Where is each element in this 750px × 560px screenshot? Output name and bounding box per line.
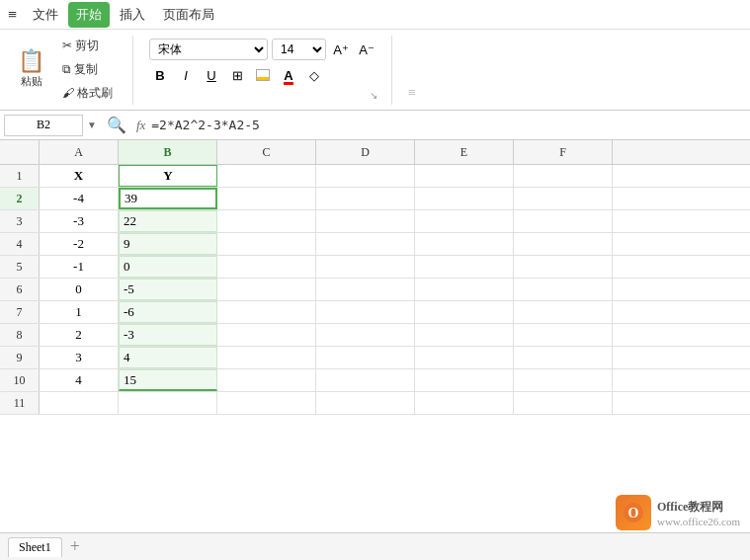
cell-f5[interactable] (514, 256, 613, 278)
row-number-10[interactable]: 10 (0, 369, 40, 391)
row-number-2[interactable]: 2 (0, 188, 40, 209)
align-expand-icon[interactable]: ≡ (408, 85, 416, 101)
cell-c3[interactable] (217, 210, 316, 232)
cell-e6[interactable] (415, 279, 514, 300)
row-number-3[interactable]: 3 (0, 210, 40, 232)
cell-a11[interactable] (40, 392, 119, 414)
cell-d7[interactable] (316, 301, 415, 323)
zoom-icon[interactable]: 🔍 (107, 116, 126, 134)
cell-c1[interactable] (217, 165, 316, 187)
cell-b4[interactable]: 9 (119, 233, 217, 255)
cell-a6[interactable]: 0 (40, 279, 119, 300)
cell-b7[interactable]: -6 (119, 301, 217, 323)
row-number-5[interactable]: 5 (0, 256, 40, 278)
hamburger-icon[interactable]: ≡ (8, 6, 17, 24)
cell-d8[interactable] (316, 324, 415, 346)
sheet-tab-1[interactable]: Sheet1 (8, 537, 62, 557)
cell-a5[interactable]: -1 (40, 256, 119, 278)
cell-e11[interactable] (415, 392, 514, 414)
row-number-7[interactable]: 7 (0, 301, 40, 323)
col-header-a[interactable]: A (40, 140, 119, 164)
formula-input[interactable] (151, 118, 746, 132)
cell-f9[interactable] (514, 347, 613, 368)
cell-b9[interactable]: 4 (119, 347, 217, 368)
border-button[interactable]: ⊞ (226, 64, 248, 86)
row-number-4[interactable]: 4 (0, 233, 40, 255)
cell-e8[interactable] (415, 324, 514, 346)
cell-c8[interactable] (217, 324, 316, 346)
cell-f6[interactable] (514, 279, 613, 300)
cell-c6[interactable] (217, 279, 316, 300)
row-number-1[interactable]: 1 (0, 165, 40, 187)
cell-c9[interactable] (217, 347, 316, 368)
cell-c7[interactable] (217, 301, 316, 323)
font-group-expand-icon[interactable]: ↘ (370, 90, 377, 101)
font-name-select[interactable]: 宋体 (149, 39, 268, 60)
col-header-d[interactable]: D (316, 140, 415, 164)
font-color-button[interactable]: A (278, 64, 299, 86)
menu-item-page-layout[interactable]: 页面布局 (155, 2, 222, 28)
cut-button[interactable]: ✂ 剪切 (56, 36, 119, 56)
col-header-b[interactable]: B (119, 140, 217, 164)
cell-a8[interactable]: 2 (40, 324, 119, 346)
row-number-6[interactable]: 6 (0, 279, 40, 300)
add-sheet-button[interactable]: + (70, 536, 80, 557)
cell-b5[interactable]: 0 (119, 256, 217, 278)
size-decrease-button[interactable]: A⁻ (356, 39, 377, 60)
copy-button[interactable]: ⧉ 复制 (56, 59, 119, 80)
cell-f2[interactable] (514, 188, 613, 209)
cell-c5[interactable] (217, 256, 316, 278)
cell-d10[interactable] (316, 369, 415, 391)
cell-f11[interactable] (514, 392, 613, 414)
cell-e3[interactable] (415, 210, 514, 232)
row-number-11[interactable]: 11 (0, 392, 40, 414)
cell-f7[interactable] (514, 301, 613, 323)
cell-b11[interactable] (119, 392, 217, 414)
menu-item-insert[interactable]: 插入 (112, 2, 153, 28)
cell-d4[interactable] (316, 233, 415, 255)
cell-b2[interactable]: 39 (119, 188, 217, 209)
cell-c4[interactable] (217, 233, 316, 255)
cell-ref-dropdown-icon[interactable]: ▼ (87, 120, 97, 130)
bold-button[interactable]: B (149, 64, 171, 86)
cell-b8[interactable]: -3 (119, 324, 217, 346)
cell-e9[interactable] (415, 347, 514, 368)
cell-c11[interactable] (217, 392, 316, 414)
cell-b10[interactable]: 15 (119, 369, 217, 391)
cell-e5[interactable] (415, 256, 514, 278)
cell-e7[interactable] (415, 301, 514, 323)
cell-a10[interactable]: 4 (40, 369, 119, 391)
menu-item-file[interactable]: 文件 (25, 2, 66, 28)
cell-reference-box[interactable]: B2 (4, 115, 83, 136)
cell-f1[interactable] (514, 165, 613, 187)
col-header-f[interactable]: F (514, 140, 613, 164)
paste-button[interactable]: 📋 粘贴 (10, 47, 52, 92)
menu-item-home[interactable]: 开始 (68, 2, 110, 28)
cell-d1[interactable] (316, 165, 415, 187)
cell-c10[interactable] (217, 369, 316, 391)
underline-button[interactable]: U (201, 64, 222, 86)
cell-b3[interactable]: 22 (119, 210, 217, 232)
row-number-8[interactable]: 8 (0, 324, 40, 346)
cell-d2[interactable] (316, 188, 415, 209)
cell-d9[interactable] (316, 347, 415, 368)
cell-a9[interactable]: 3 (40, 347, 119, 368)
cell-d6[interactable] (316, 279, 415, 300)
col-header-e[interactable]: E (415, 140, 514, 164)
italic-button[interactable]: I (175, 64, 197, 86)
cell-b1[interactable]: Y (119, 165, 217, 187)
size-increase-button[interactable]: A⁺ (330, 39, 352, 60)
cell-d3[interactable] (316, 210, 415, 232)
cell-f8[interactable] (514, 324, 613, 346)
cell-d11[interactable] (316, 392, 415, 414)
cell-a4[interactable]: -2 (40, 233, 119, 255)
cell-a3[interactable]: -3 (40, 210, 119, 232)
format-brush-button[interactable]: 🖌 格式刷 (56, 83, 119, 104)
cell-f10[interactable] (514, 369, 613, 391)
cell-b6[interactable]: -5 (119, 279, 217, 300)
cell-a1[interactable]: X (40, 165, 119, 187)
row-number-9[interactable]: 9 (0, 347, 40, 368)
cell-e4[interactable] (415, 233, 514, 255)
cell-d5[interactable] (316, 256, 415, 278)
cell-e10[interactable] (415, 369, 514, 391)
